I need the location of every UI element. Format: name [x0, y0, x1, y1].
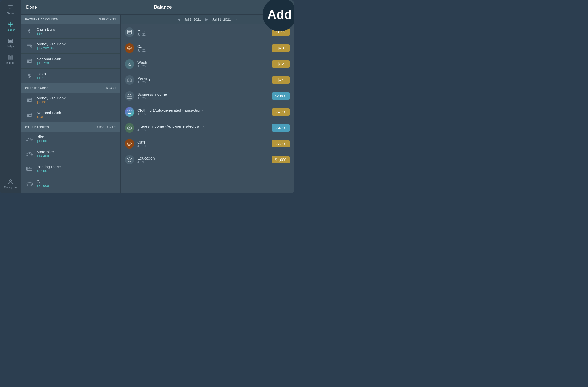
sidebar-item-balance[interactable]: Balance: [1, 19, 20, 33]
account-national-bank-credit[interactable]: National Bank $340: [21, 107, 120, 122]
date-prev-arrow[interactable]: ◀: [177, 17, 180, 21]
date-to: Jul 31, 2021: [212, 18, 231, 21]
transaction-parking-date: Jul 20: [137, 81, 268, 84]
payment-accounts-header: PAYMENT ACCOUNTS $48,249.13: [21, 15, 120, 24]
motorbike-icon: [25, 150, 33, 158]
account-cash-euro[interactable]: € Cash Euro €97: [21, 24, 120, 39]
other-assets-total: $351,967.02: [97, 125, 116, 129]
account-national-bank-payment-name: National Bank: [37, 57, 61, 61]
svg-rect-18: [27, 98, 32, 102]
card-icon: [25, 57, 33, 65]
account-car[interactable]: Car $50,000: [21, 176, 120, 191]
account-bike[interactable]: Bike $1,000: [21, 132, 120, 146]
transaction-wash-amount: $32: [272, 60, 290, 68]
svg-rect-38: [30, 182, 31, 183]
account-parking-place-name: Parking Place: [37, 164, 61, 169]
sidebar-item-today[interactable]: 21 Today: [1, 3, 20, 17]
transaction-interest-income-name: Interest income (Auto-generated tra...): [137, 124, 268, 128]
transaction-business-income[interactable]: Business income Jul 20 $3,600: [121, 88, 294, 104]
credit-cards-title: CREDIT CARDS: [25, 87, 48, 90]
account-national-bank-credit-balance: $340: [37, 115, 61, 119]
parking-icon: P: [25, 164, 33, 173]
svg-text:P: P: [29, 167, 30, 168]
transaction-wash[interactable]: Wash Jul 20 $32: [121, 56, 294, 72]
svg-rect-7: [9, 41, 10, 42]
account-money-pro-bank-payment-balance: $37,282.88: [37, 46, 66, 50]
transaction-parking-amount: $24: [272, 76, 290, 84]
transaction-parking[interactable]: Parking Jul 20 $24: [121, 72, 294, 88]
account-money-pro-bank-payment-name: Money Pro Bank: [37, 42, 66, 46]
clothing-icon: [125, 107, 134, 117]
payment-accounts-total: $48,249.13: [99, 17, 116, 21]
transaction-interest-income-date: Jul 15: [137, 128, 268, 132]
transaction-interest-income[interactable]: Interest income (Auto-generated tra...) …: [121, 120, 294, 136]
transaction-business-income-name: Business income: [137, 92, 268, 96]
sidebar-item-today-label: Today: [7, 12, 14, 15]
account-money-pro-bank-credit-name: Money Pro Bank: [37, 96, 66, 100]
svg-rect-10: [8, 55, 9, 59]
header: Done Balance: [21, 0, 294, 15]
transaction-business-income-date: Jul 20: [137, 96, 268, 100]
account-cash-euro-name: Cash Euro: [37, 27, 55, 31]
credit-cards-total: $3,471: [106, 86, 116, 90]
svg-rect-8: [10, 41, 11, 42]
transaction-cafe2-name: Cafe: [137, 140, 268, 144]
done-button[interactable]: Done: [26, 5, 37, 10]
sidebar-item-money-pro-label: Money Pro: [4, 186, 17, 189]
transaction-clothing-date: Jul 16: [137, 112, 268, 116]
svg-rect-23: [28, 115, 29, 116]
reports-icon: [7, 54, 14, 60]
svg-point-13: [9, 180, 12, 182]
svg-rect-9: [11, 41, 12, 42]
sidebar-item-money-pro[interactable]: Money Pro: [1, 177, 20, 191]
transaction-cafe2[interactable]: Cafe Jul 10 $800: [121, 136, 294, 152]
bike-icon: [25, 135, 33, 143]
account-cash-name: Cash: [37, 72, 46, 76]
transaction-interest-income-amount: $400: [272, 124, 290, 132]
transaction-education-amount: $1,000: [272, 156, 290, 163]
transaction-misc-date: Jul 21: [137, 33, 268, 36]
calendar-icon: 21: [7, 5, 14, 11]
account-parking-place[interactable]: P Parking Place $8,900: [21, 161, 120, 176]
account-money-pro-bank-credit[interactable]: Money Pro Bank $3,131: [21, 93, 120, 107]
sidebar: 21 Today Balance Budget: [0, 0, 21, 194]
account-national-bank-payment[interactable]: National Bank $10,720: [21, 54, 120, 69]
svg-point-47: [130, 81, 131, 82]
sidebar-item-balance-label: Balance: [6, 29, 15, 31]
transaction-cafe2-date: Jul 10: [137, 144, 268, 148]
transaction-education-date: Jul 9: [137, 160, 268, 164]
right-panel: ◀ Jul 1, 2021 ▶ Jul 31, 2021 ›: [120, 15, 294, 194]
transaction-education[interactable]: Education Jul 9 $1,000: [121, 152, 294, 168]
balance-icon: [7, 21, 14, 27]
account-bike-name: Bike: [37, 135, 47, 139]
svg-rect-28: [30, 152, 31, 153]
business-icon: [125, 91, 134, 101]
svg-rect-39: [128, 30, 132, 34]
account-car-name: Car: [37, 179, 49, 184]
main-content: Done Balance PAYMENT ACCOUNTS $48,249.13…: [21, 0, 294, 194]
transaction-clothing[interactable]: Clothing (Auto-generated transaction) Ju…: [121, 104, 294, 120]
svg-rect-17: [28, 61, 29, 62]
account-cash-euro-balance: €97: [37, 31, 55, 35]
panels: PAYMENT ACCOUNTS $48,249.13 € Cash Euro …: [21, 15, 294, 194]
account-money-pro-bank-payment[interactable]: Money Pro Bank $37,282.88: [21, 39, 120, 54]
credit-card-icon: [25, 96, 33, 104]
svg-rect-15: [27, 59, 32, 63]
sidebar-item-budget[interactable]: Budget: [1, 36, 20, 50]
svg-text:21: 21: [9, 8, 12, 10]
account-national-bank-credit-name: National Bank: [37, 111, 61, 115]
account-cash[interactable]: $ Cash $132: [21, 69, 120, 83]
date-next-arrow[interactable]: ›: [236, 17, 237, 21]
sidebar-item-reports[interactable]: Reports: [1, 52, 20, 66]
transaction-clothing-name: Clothing (Auto-generated transaction): [137, 108, 268, 112]
transaction-cafe1[interactable]: Cafe Jul 21 $23: [121, 40, 294, 56]
transaction-cafe1-date: Jul 21: [137, 49, 268, 52]
budget-icon: [7, 38, 14, 44]
app-container: Add 21 Today Balance: [0, 0, 294, 194]
euro-icon: €: [25, 27, 33, 35]
svg-rect-21: [27, 113, 32, 117]
parking-tx-icon: [125, 75, 134, 85]
transaction-business-income-amount: $3,600: [272, 92, 290, 100]
account-motorbike[interactable]: Motorbike $14,400: [21, 146, 120, 161]
account-motorbike-balance: $14,400: [37, 154, 54, 158]
